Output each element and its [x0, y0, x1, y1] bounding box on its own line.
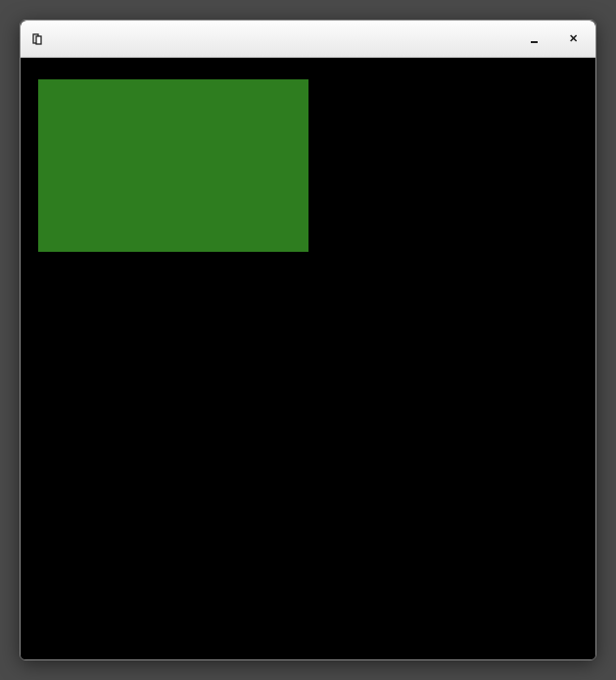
svg-rect-1: [36, 36, 41, 44]
minimize-button[interactable]: [527, 32, 541, 46]
app-icon: [30, 32, 44, 46]
green-rectangle: [38, 79, 308, 252]
close-button[interactable]: [566, 32, 580, 46]
application-window: [20, 20, 596, 660]
desktop-background: [0, 0, 616, 680]
window-content-canvas: [21, 58, 595, 659]
window-titlebar[interactable]: [21, 21, 595, 58]
titlebar-left: [30, 32, 52, 46]
titlebar-right: [527, 32, 586, 46]
